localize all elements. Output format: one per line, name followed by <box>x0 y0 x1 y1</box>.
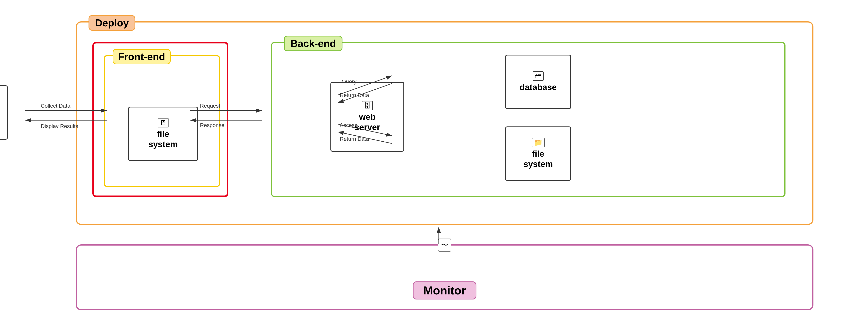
user-device-component: 🖥 userdevice <box>0 85 8 140</box>
monitor-label: Monitor <box>413 281 476 299</box>
backend-filesystem-label: filesystem <box>523 149 553 169</box>
diagram-container: Deploy Front-end 🖥 filesystem Back-end 🗄… <box>12 12 856 316</box>
backend-label: Back-end <box>284 36 342 51</box>
deploy-box: Deploy Front-end 🖥 filesystem Back-end 🗄… <box>76 21 813 225</box>
svg-text:Display Results: Display Results <box>41 123 78 129</box>
frontend-label: Front-end <box>113 49 170 64</box>
folder-icon: 📁 <box>532 138 545 147</box>
database-label: database <box>520 82 557 93</box>
deploy-label: Deploy <box>89 15 135 31</box>
frontend-filesystem-label: filesystem <box>148 129 178 149</box>
frontend-box: Front-end 🖥 filesystem <box>92 42 228 197</box>
monitor-icon: 🖥 <box>158 118 168 128</box>
database-icon: 🗃 <box>533 71 544 81</box>
monitor-box: 〜 Monitor <box>76 244 813 310</box>
server-icon: 🗄 <box>362 101 373 110</box>
backend-box: Back-end 🗄 webserver 🗃 database 📁 filesy… <box>271 42 785 197</box>
svg-text:Collect Data: Collect Data <box>41 103 70 109</box>
webserver-label: webserver <box>354 112 380 133</box>
frontend-filesystem-component: 🖥 filesystem <box>128 107 198 161</box>
database-component: 🗃 database <box>505 55 571 109</box>
backend-filesystem-component: 📁 filesystem <box>505 127 571 181</box>
frontend-inner-box: Front-end 🖥 filesystem <box>104 55 220 187</box>
waveform-icon: 〜 <box>438 239 452 252</box>
webserver-component: 🗄 webserver <box>331 82 404 152</box>
